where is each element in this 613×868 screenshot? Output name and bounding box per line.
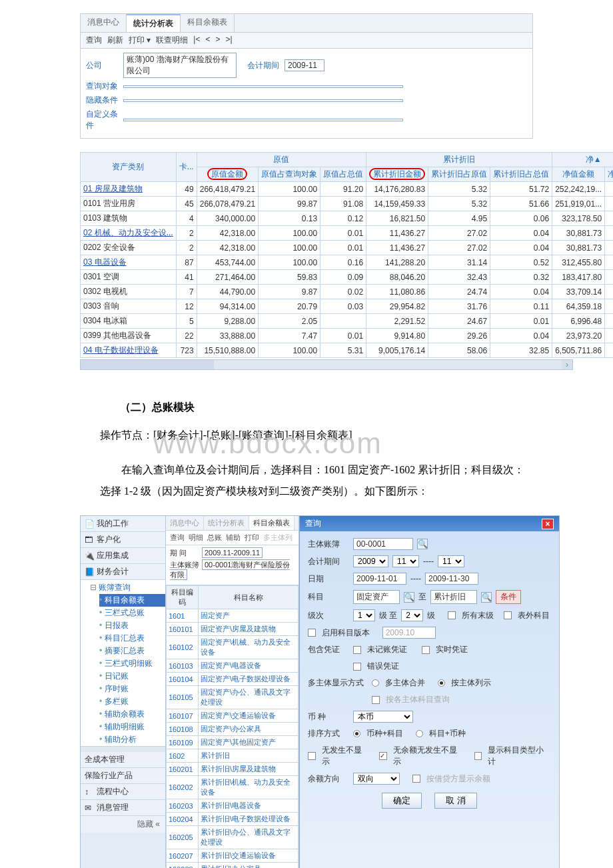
subject-row[interactable]: 160101固定资产\房屋及建筑物 xyxy=(167,623,299,636)
mtab-bal[interactable]: 科目余额表 xyxy=(249,516,295,530)
tree-item[interactable]: 三栏式总账 xyxy=(99,607,165,619)
cell-category[interactable]: 03 电器设备 xyxy=(81,255,177,270)
mtab-msg[interactable]: 消息中心 xyxy=(166,516,204,530)
chk-version[interactable] xyxy=(308,629,316,637)
d-m1-select[interactable]: 11 xyxy=(392,555,419,567)
scroll-thumb[interactable] xyxy=(81,360,214,369)
tree-item[interactable]: 多栏账 xyxy=(99,695,165,708)
btn-cancel[interactable]: 取 消 xyxy=(434,793,477,809)
search-icon-3[interactable]: 🔍 xyxy=(481,592,492,603)
chk-endonly[interactable] xyxy=(448,611,456,619)
d-baldir-select[interactable]: 双向 xyxy=(353,773,400,785)
chk-unbook[interactable] xyxy=(353,646,361,654)
f-period-input[interactable]: 2009.11-2009.11 xyxy=(202,547,263,558)
btn-ok[interactable]: 确定 xyxy=(382,793,422,809)
chk-realtime[interactable] xyxy=(422,646,430,654)
subject-row[interactable]: 160203累计折旧\电器设备 xyxy=(167,799,299,813)
chk-nohappen[interactable] xyxy=(308,752,316,760)
cell-category[interactable]: 01 房屋及建筑物 xyxy=(81,182,177,197)
nav-message[interactable]: ✉消息管理 xyxy=(81,800,165,816)
subject-row[interactable]: 160205累计折旧\办公、通讯及文字处理设 xyxy=(167,826,299,849)
hidecond-input[interactable] xyxy=(123,99,403,102)
custom-input[interactable] xyxy=(123,119,403,121)
mt-print[interactable]: 打印 xyxy=(245,533,259,543)
subject-row[interactable]: 160202累计折旧\机械、动力及安全设备 xyxy=(167,776,299,799)
company-input[interactable]: 账薄)00 渤海财产保险股份有限公司 xyxy=(123,53,237,78)
d-year-select[interactable]: 2009 xyxy=(353,555,388,567)
subject-row[interactable]: 160207累计折旧\交通运输设备 xyxy=(167,849,299,863)
tree-item[interactable]: 序时账 xyxy=(99,683,165,695)
category-link[interactable]: 04 电子数据处理设备 xyxy=(83,345,159,355)
chk-persubj[interactable] xyxy=(372,696,380,704)
tree-item[interactable]: 科目余额表 xyxy=(99,594,165,607)
d-date2-input[interactable]: 2009-11-30 xyxy=(425,573,478,585)
nav-finance[interactable]: 📘财务会计 xyxy=(81,564,165,580)
scroll-right-icon[interactable]: › xyxy=(562,360,572,369)
nav-first[interactable]: |< xyxy=(193,35,200,46)
subject-row[interactable]: 160104固定资产\电子数据处理设备 xyxy=(167,673,299,686)
tree-scrollbar[interactable] xyxy=(81,747,165,752)
period-input[interactable]: 2009-11 xyxy=(285,59,324,71)
cell-category[interactable]: 02 机械、动力及安全设... xyxy=(81,226,177,241)
tab-stats[interactable]: 统计分析表 xyxy=(127,14,181,32)
tree-item[interactable]: 辅助明细账 xyxy=(99,721,165,733)
close-icon[interactable]: × xyxy=(542,519,554,529)
tree-item[interactable]: 日记账 xyxy=(99,670,165,683)
subject-row[interactable]: 160105固定资产\办公、通讯及文字处理设 xyxy=(167,686,299,709)
search-icon-2[interactable]: 🔍 xyxy=(404,592,414,603)
h-scrollbar[interactable]: ‹ › xyxy=(80,359,573,370)
nav-insurance[interactable]: 保险行业产品 xyxy=(81,768,165,784)
nav-mywork[interactable]: 📄我的工作 xyxy=(81,516,165,532)
nav-hide-btn[interactable]: 隐藏 « xyxy=(81,816,165,833)
tab-balance[interactable]: 科目余额表 xyxy=(181,14,235,32)
d-lvl1-select[interactable]: 1 xyxy=(353,609,375,621)
tree-item[interactable]: 摘要汇总表 xyxy=(99,645,165,657)
subject-row[interactable]: 160107固定资产\交通运输设备 xyxy=(167,709,299,723)
subject-row[interactable]: 160201累计折旧\房屋及建筑物 xyxy=(167,763,299,776)
chk-bylender[interactable] xyxy=(412,775,420,783)
rad-list[interactable] xyxy=(438,679,445,687)
search-icon[interactable]: 🔍 xyxy=(417,539,428,549)
btn-detail[interactable]: 联查明细 xyxy=(156,35,188,46)
nav-cost[interactable]: 全成本管理 xyxy=(81,752,165,768)
subject-row[interactable]: 160102固定资产\机械、动力及安全设备 xyxy=(167,636,299,659)
tree-item[interactable]: 辅助分析 xyxy=(99,733,165,746)
d-book-input[interactable]: 00-0001 xyxy=(353,538,413,550)
d-cond-btn[interactable]: 条件 xyxy=(496,590,521,604)
mtab-stat[interactable]: 统计分析表 xyxy=(204,516,249,530)
d-subj1-input[interactable]: 固定资产 xyxy=(353,590,400,604)
chk-ext[interactable] xyxy=(504,611,512,619)
tree-item[interactable]: 科目汇总表 xyxy=(99,632,165,645)
btn-query[interactable]: 查询 xyxy=(86,35,102,46)
subject-row[interactable]: 160108固定资产\办公家具 xyxy=(167,723,299,736)
d-date1-input[interactable]: 2009-11-01 xyxy=(353,573,406,585)
d-subj2-input[interactable]: 累计折旧 xyxy=(430,590,477,604)
category-link[interactable]: 03 电器设备 xyxy=(83,257,127,267)
rad-sort2[interactable] xyxy=(416,730,423,737)
nav-client[interactable]: 🗔客户化 xyxy=(81,532,165,548)
subject-row[interactable]: 1601固定资产 xyxy=(167,609,299,623)
tree-root[interactable]: 账簿查询 xyxy=(90,581,165,594)
subject-row[interactable]: 160103固定资产\电器设备 xyxy=(167,659,299,673)
chk-err[interactable] xyxy=(353,663,361,671)
nav-next[interactable]: > xyxy=(215,35,220,46)
mt-gl[interactable]: 总账 xyxy=(207,533,222,543)
rad-sort1[interactable] xyxy=(353,730,360,737)
subject-row[interactable]: 160204累计折旧\电子数据处理设备 xyxy=(167,813,299,826)
tree-item[interactable]: 日报表 xyxy=(99,619,165,632)
category-link[interactable]: 02 机械、动力及安全设... xyxy=(83,228,173,237)
rad-merge[interactable] xyxy=(372,679,379,687)
btn-print[interactable]: 打印 ▾ xyxy=(129,35,151,46)
subject-row[interactable]: 160109固定资产\其他固定资产 xyxy=(167,736,299,749)
queryobj-input[interactable] xyxy=(123,85,403,88)
d-curr-select[interactable]: 本币 xyxy=(353,711,413,723)
category-link[interactable]: 01 房屋及建筑物 xyxy=(83,184,143,193)
nav-integration[interactable]: 🔌应用集成 xyxy=(81,548,165,564)
subject-row[interactable]: 1602累计折旧 xyxy=(167,749,299,763)
d-lvl2-select[interactable]: 2 xyxy=(401,609,423,621)
tab-messages[interactable]: 消息中心 xyxy=(81,14,127,32)
nav-last[interactable]: >| xyxy=(226,35,233,46)
cell-category[interactable]: 04 电子数据处理设备 xyxy=(81,343,177,358)
chk-showtype[interactable] xyxy=(474,752,482,760)
nav-prev[interactable]: < xyxy=(205,35,210,46)
